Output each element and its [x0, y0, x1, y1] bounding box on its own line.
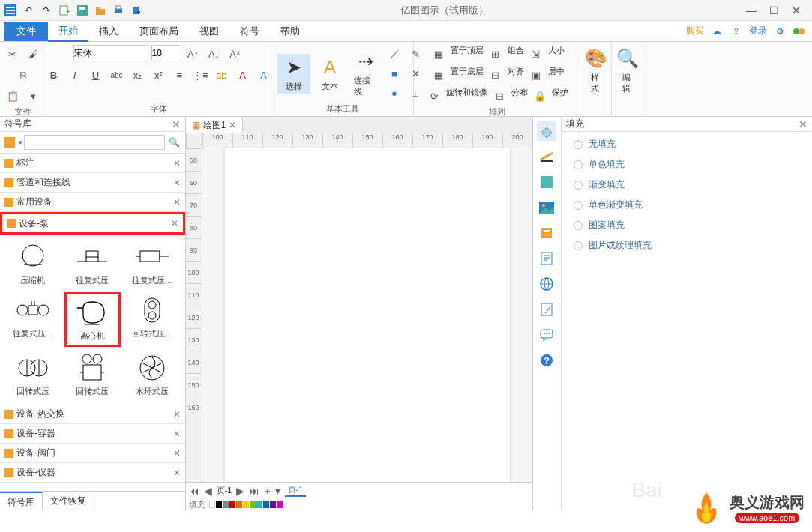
- align-label[interactable]: 对齐: [508, 66, 524, 84]
- bring-front-icon[interactable]: ▦: [430, 45, 448, 63]
- edit-button[interactable]: 🔍编辑: [618, 45, 637, 96]
- cat-close-icon[interactable]: ✕: [173, 158, 181, 169]
- rotate-icon[interactable]: ⟳: [425, 87, 443, 105]
- color-swatch[interactable]: [250, 501, 256, 508]
- tab-symbol-library[interactable]: 符号库: [0, 492, 43, 510]
- drawing-canvas[interactable]: [202, 148, 532, 482]
- cat-close-icon[interactable]: ✕: [173, 178, 181, 188]
- cloud-icon[interactable]: ☁: [710, 25, 724, 38]
- fill-gradient[interactable]: 渐变填充: [574, 178, 800, 191]
- comment-tab-icon[interactable]: [537, 325, 556, 345]
- cat-close-icon[interactable]: ✕: [171, 218, 178, 229]
- color-swatch[interactable]: [256, 501, 262, 508]
- add-page-icon[interactable]: +: [264, 485, 270, 497]
- note-tab-icon[interactable]: [537, 300, 556, 319]
- subscript-icon[interactable]: x₂: [129, 66, 147, 84]
- cat-close-icon[interactable]: ✕: [173, 409, 181, 420]
- shrink-font-icon[interactable]: A↓: [205, 45, 223, 63]
- shape-rotary-2[interactable]: 回转式压: [4, 350, 61, 400]
- font-size-select[interactable]: [151, 45, 181, 61]
- doc-close-icon[interactable]: ✕: [229, 120, 236, 130]
- size-label[interactable]: 大小: [548, 45, 565, 63]
- color-swatch[interactable]: [263, 501, 269, 508]
- settings-icon[interactable]: ⚙: [773, 25, 787, 38]
- category-instrument[interactable]: 设备-仪器✕: [0, 463, 185, 483]
- bullets-icon[interactable]: ⋮≡: [192, 66, 210, 84]
- superscript-icon[interactable]: x²: [150, 66, 168, 84]
- fill-pattern[interactable]: 图案填充: [574, 219, 800, 232]
- share-icon[interactable]: ⇪: [730, 25, 743, 38]
- send-back-icon[interactable]: ▦: [430, 66, 448, 84]
- shape-rotary-1[interactable]: 回转式压...: [124, 292, 181, 347]
- protect-label[interactable]: 保护: [552, 87, 568, 105]
- select-tool[interactable]: ➤选择: [277, 54, 310, 94]
- fill-texture[interactable]: 图片或纹理填充: [574, 239, 800, 252]
- connector-tool[interactable]: ⇢连接线: [349, 48, 382, 99]
- category-pipes[interactable]: 管道和连接线✕: [0, 173, 185, 193]
- cut-icon[interactable]: ✂: [4, 45, 22, 63]
- color-swatch[interactable]: [216, 501, 222, 508]
- tab-file-recovery[interactable]: 文件恢复: [43, 492, 94, 510]
- cat-close-icon[interactable]: ✕: [173, 429, 181, 439]
- fill-none[interactable]: 无填充: [574, 138, 800, 151]
- center-label[interactable]: 居中: [548, 66, 565, 84]
- shape-waterring[interactable]: 水环式压: [124, 350, 181, 400]
- panel-close-icon[interactable]: ✕: [172, 118, 181, 130]
- fill-tab-icon[interactable]: [537, 121, 556, 141]
- minimize-button[interactable]: —: [745, 4, 758, 16]
- size-icon[interactable]: ⇲: [527, 45, 545, 63]
- center-icon[interactable]: ▣: [527, 66, 545, 84]
- shape-reciprocating-1[interactable]: 往复式压: [64, 239, 121, 289]
- style-button[interactable]: 🎨样式: [586, 45, 605, 96]
- app-menu-icon[interactable]: [3, 3, 18, 18]
- print-icon[interactable]: [111, 3, 126, 18]
- strike-button[interactable]: abc: [108, 66, 126, 84]
- search-icon[interactable]: 🔍: [166, 134, 183, 151]
- shape-centrifuge[interactable]: 离心机: [64, 292, 121, 347]
- menu-pagelayout[interactable]: 页面布局: [129, 22, 189, 41]
- help-tab-icon[interactable]: ?: [537, 351, 556, 370]
- color-swatch[interactable]: [277, 501, 283, 508]
- color-swatch[interactable]: [229, 501, 235, 508]
- page-next-icon[interactable]: ▶: [236, 485, 244, 497]
- group-icon[interactable]: ⊞: [487, 45, 505, 63]
- save-icon[interactable]: [75, 3, 90, 18]
- rect-tool-icon[interactable]: ■: [385, 64, 403, 82]
- paste-icon[interactable]: 📋: [4, 87, 22, 105]
- font-name-select[interactable]: [73, 45, 148, 61]
- canvas-page[interactable]: [225, 148, 510, 482]
- image-tab-icon[interactable]: [537, 198, 556, 217]
- new-icon[interactable]: +: [57, 3, 72, 18]
- menu-insert[interactable]: 插入: [88, 22, 129, 41]
- category-valve[interactable]: 设备-阀门✕: [0, 444, 185, 463]
- line-tool-icon[interactable]: ／: [385, 45, 403, 63]
- ellipse-tool-icon[interactable]: ●: [385, 84, 403, 102]
- page-prev-icon[interactable]: ◀: [204, 485, 212, 497]
- layer-tab-icon[interactable]: [537, 223, 556, 243]
- italic-button[interactable]: I: [66, 66, 84, 84]
- brush-icon[interactable]: 🖌: [25, 45, 43, 63]
- shape-rotary-3[interactable]: 回转式压: [64, 350, 121, 400]
- menu-start[interactable]: 开始: [48, 21, 88, 42]
- page-last-icon[interactable]: ⏭: [249, 485, 259, 497]
- bring-front-label[interactable]: 置于顶层: [451, 45, 484, 63]
- color-swatch[interactable]: [209, 501, 215, 508]
- cat-close-icon[interactable]: ✕: [173, 448, 181, 459]
- clear-format-icon[interactable]: Aˣ: [226, 45, 244, 63]
- login-link[interactable]: 登录: [749, 25, 767, 38]
- color-swatch[interactable]: [270, 501, 276, 508]
- line-tab-icon[interactable]: [537, 147, 556, 166]
- export-icon[interactable]: ▾: [129, 3, 144, 18]
- fill-panel-close-icon[interactable]: ✕: [799, 118, 808, 130]
- textfx-icon[interactable]: A: [255, 66, 273, 84]
- rotate-label[interactable]: 旋转和镜像: [446, 87, 487, 105]
- paste-dropdown-icon[interactable]: ▾: [25, 87, 43, 105]
- grow-font-icon[interactable]: A↑: [184, 45, 202, 63]
- highlight-icon[interactable]: ab: [213, 66, 231, 84]
- color-swatch[interactable]: [236, 501, 242, 508]
- page-dropdown-icon[interactable]: ▾: [275, 485, 280, 497]
- shape-reciprocating-2[interactable]: 往复式压...: [124, 239, 181, 289]
- close-button[interactable]: ✕: [790, 4, 803, 16]
- shadow-tab-icon[interactable]: [537, 172, 556, 192]
- category-pump[interactable]: 设备-泵✕: [0, 212, 185, 235]
